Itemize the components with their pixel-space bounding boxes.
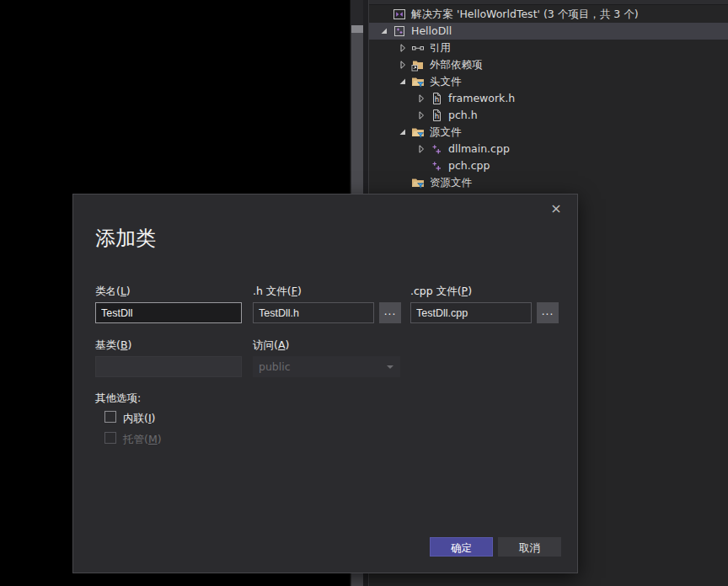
filtered-folder-icon <box>411 176 425 189</box>
tree-item-label: framework.h <box>448 92 515 105</box>
access-combobox[interactable]: public <box>253 356 400 377</box>
cpp-file-icon <box>430 142 443 156</box>
close-icon[interactable]: × <box>548 200 565 217</box>
cpp-file-input[interactable] <box>410 302 532 323</box>
tree-item[interactable]: 资源文件 <box>369 174 728 191</box>
expand-arrow-icon[interactable] <box>415 92 428 105</box>
tree-item[interactable]: hframework.h <box>369 90 728 107</box>
arrow-spacer <box>396 176 410 189</box>
header-file-icon: h <box>430 109 443 122</box>
collapse-arrow-icon[interactable] <box>396 75 410 88</box>
add-class-dialog: × 添加类 类名(L) .h 文件(F) .cpp 文件(P) ... ... … <box>72 194 578 573</box>
tree-item-label: 外部依赖项 <box>430 58 483 72</box>
tree-item[interactable]: 解决方案 'HelloWorldTest' (3 个项目，共 3 个) <box>369 6 728 23</box>
cpp-file-icon <box>430 159 443 173</box>
cpp-file-browse-button[interactable]: ... <box>537 302 559 323</box>
ok-button[interactable]: 确定 <box>430 537 493 557</box>
svg-text:h: h <box>435 112 439 120</box>
other-options-label: 其他选项: <box>95 392 141 406</box>
tree-item-label: 源文件 <box>430 125 462 139</box>
tree-item-label: 资源文件 <box>430 176 472 189</box>
collapse-arrow-icon[interactable] <box>396 125 410 139</box>
solution-icon <box>393 8 406 21</box>
chevron-down-icon <box>387 365 393 369</box>
class-name-input[interactable] <box>95 302 242 323</box>
managed-checkbox-label: 托管(M) <box>123 433 162 447</box>
svg-text:h: h <box>435 95 439 104</box>
h-file-label: .h 文件(F) <box>253 285 302 299</box>
external-dependencies-icon <box>411 58 425 72</box>
tree-item[interactable]: 引用 <box>369 40 728 56</box>
expand-arrow-icon[interactable] <box>396 41 410 55</box>
tree-item-label: 解决方案 'HelloWorldTest' (3 个项目，共 3 个) <box>411 8 639 21</box>
arrow-spacer <box>415 159 428 173</box>
base-class-label: 基类(B) <box>95 338 131 353</box>
cancel-button[interactable]: 取消 <box>498 537 561 557</box>
cpp-project-icon <box>393 24 406 38</box>
tree-item[interactable]: hpch.h <box>369 107 728 124</box>
collapse-arrow-icon[interactable] <box>377 24 391 38</box>
tree-item[interactable]: HelloDll <box>369 23 728 40</box>
expand-arrow-icon[interactable] <box>415 142 428 156</box>
cpp-file-label: .cpp 文件(P) <box>410 285 472 299</box>
tree-item[interactable]: 外部依赖项 <box>369 56 728 73</box>
h-file-input[interactable] <box>253 302 374 323</box>
solution-explorer-tree: 解决方案 'HelloWorldTest' (3 个项目，共 3 个)Hello… <box>369 6 728 191</box>
tree-item-label: 头文件 <box>430 75 462 88</box>
tree-item-label: dllmain.cpp <box>448 142 510 156</box>
expand-arrow-icon[interactable] <box>415 109 428 122</box>
tree-item[interactable]: 头文件 <box>369 73 728 90</box>
inline-checkbox[interactable] <box>104 411 116 423</box>
inline-checkbox-label[interactable]: 内联(I) <box>123 412 155 426</box>
tree-item[interactable]: dllmain.cpp <box>369 141 728 157</box>
header-file-icon: h <box>430 92 443 105</box>
dialog-title: 添加类 <box>95 225 156 252</box>
app-window: 解决方案 'HelloWorldTest' (3 个项目，共 3 个)Hello… <box>0 0 728 586</box>
managed-checkbox <box>104 432 116 444</box>
arrow-spacer <box>377 8 391 21</box>
h-file-browse-button[interactable]: ... <box>379 302 401 323</box>
references-icon <box>411 41 425 55</box>
access-label: 访问(A) <box>253 338 289 353</box>
filtered-folder-icon <box>411 75 425 88</box>
solution-explorer-top-strip <box>369 0 728 5</box>
tree-item-label: 引用 <box>430 41 451 55</box>
tree-item-label: pch.h <box>448 109 478 122</box>
expand-arrow-icon[interactable] <box>396 58 410 72</box>
access-selected-value: public <box>259 360 291 373</box>
tree-item-label: HelloDll <box>411 24 452 38</box>
scrollbar-thumb-top[interactable] <box>351 25 363 33</box>
filtered-folder-icon <box>411 125 425 139</box>
tree-item-label: pch.cpp <box>448 159 490 173</box>
tree-item[interactable]: pch.cpp <box>369 157 728 174</box>
base-class-input[interactable] <box>95 356 242 377</box>
class-name-label: 类名(L) <box>95 285 131 299</box>
tree-item[interactable]: 源文件 <box>369 124 728 141</box>
